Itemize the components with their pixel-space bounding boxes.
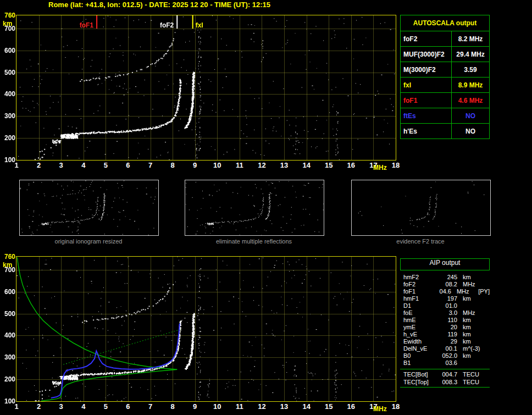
- aip-value: 3.0: [437, 309, 457, 317]
- autoscala-value: 8.2 MHz: [452, 31, 490, 47]
- table-row: DelN_vE00.1m^(-3): [400, 345, 490, 352]
- aip-value: 008.3: [437, 378, 457, 386]
- autoscala-param: MUF(3000)F2: [401, 47, 452, 62]
- aip-param: B0: [400, 352, 437, 359]
- aip-note: [PY]: [477, 288, 490, 295]
- aip-unit: MHz: [451, 288, 477, 295]
- aip-value: 20: [437, 324, 457, 331]
- y-tick-label: 700: [1, 266, 15, 274]
- y-axis-max-label: 760: [1, 253, 15, 261]
- x-tick-label: 2: [34, 161, 45, 169]
- autoscala-value: 8.9 MHz: [452, 78, 490, 93]
- aip-note: [486, 324, 487, 331]
- thumbnail-evidence-canvas: [352, 180, 490, 235]
- x-tick-label: 15: [323, 161, 334, 169]
- aip-param: B1: [400, 359, 437, 367]
- autoscala-param: fxI: [401, 78, 452, 93]
- y-tick-label: 300: [1, 112, 15, 120]
- aip-value: 08.2: [437, 281, 457, 288]
- autoscala-param: foF1: [401, 93, 452, 108]
- aip-value: 004.7: [437, 370, 457, 378]
- aip-param: hmF1: [400, 295, 437, 302]
- aip-value: 03.6: [437, 359, 457, 367]
- aip-unit: TECU: [457, 370, 486, 378]
- x-tick-label: 13: [279, 402, 290, 411]
- x-tick-label: 8: [167, 402, 178, 411]
- x-tick-label: 5: [100, 402, 111, 411]
- autoscala-output-table: AUTOSCALA output foF28.2 MHzMUF(3000)F22…: [400, 15, 490, 139]
- top-ionogram-plot: [16, 15, 396, 161]
- x-tick-label: 12: [256, 161, 267, 169]
- y-tick-label: 600: [1, 288, 15, 296]
- thumbnail-evidence-f2: [351, 180, 491, 236]
- table-row: D101.0: [400, 302, 490, 309]
- aip-note: [486, 302, 487, 309]
- aip-unit: km: [457, 324, 486, 331]
- x-tick-label: 11: [234, 161, 245, 169]
- thumbnail-caption-original: original ionogram resized: [19, 238, 158, 245]
- page-title: Rome (lat: +41.8, lon: 012.5) - DATE: 20…: [48, 1, 270, 9]
- autoscala-table-title: AUTOSCALA output: [401, 15, 490, 31]
- aip-value: 00.1: [437, 345, 457, 352]
- x-tick-label: 14: [301, 402, 312, 411]
- x-tick-label: 16: [346, 161, 357, 169]
- y-tick-label: 400: [1, 331, 15, 339]
- autoscala-value: 3.59: [452, 62, 490, 78]
- thumbnail-caption-eliminate: eliminate multiple reflections: [184, 238, 324, 245]
- x-tick-label: 8: [167, 161, 178, 169]
- y-tick-label: 500: [1, 69, 15, 76]
- table-row: foF14.6 MHz: [401, 93, 490, 108]
- table-row: foF104.6MHz[PY]: [400, 288, 490, 295]
- x-tick-label: 5: [100, 161, 111, 169]
- table-row: hmE110km: [400, 317, 490, 324]
- y-tick-label: 300: [1, 353, 15, 361]
- thumbnail-eliminate-reflections: [185, 180, 324, 236]
- aip-param: TEC[Top]: [400, 378, 437, 386]
- table-row: MUF(3000)F229.4 MHz: [401, 47, 490, 62]
- aip-unit: km: [457, 274, 486, 281]
- table-row: hmF2245km: [400, 274, 490, 281]
- x-tick-label: 9: [190, 161, 201, 169]
- aip-param: Ewidth: [400, 338, 437, 345]
- aip-unit: km: [457, 352, 486, 359]
- aip-value: 04.6: [434, 288, 451, 295]
- autoscala-param: foF2: [401, 31, 452, 47]
- x-tick-label: 1: [11, 402, 22, 411]
- table-row: foF208.2MHz: [400, 281, 490, 288]
- aip-unit: km: [457, 331, 486, 338]
- x-tick-label: 18: [390, 402, 401, 411]
- x-tick-label: 6: [123, 161, 134, 169]
- table-row: fxI8.9 MHz: [401, 78, 490, 93]
- bottom-ionogram-plot: [16, 256, 396, 402]
- aip-value: 29: [437, 338, 457, 345]
- table-row: TEC[Bot]004.7TECU: [400, 370, 490, 378]
- y-axis-max-label: 760: [1, 12, 15, 19]
- aip-value: 01.0: [437, 302, 457, 309]
- autoscala-value: 29.4 MHz: [452, 47, 490, 62]
- aip-unit: km: [457, 295, 486, 302]
- aip-param: ymE: [400, 324, 437, 331]
- table-row: B0052.0km: [400, 352, 490, 359]
- aip-unit: m^(-3): [457, 345, 486, 352]
- y-tick-label: 200: [1, 134, 15, 142]
- x-tick-label: 12: [256, 402, 267, 411]
- aip-param: h_vE: [400, 331, 437, 338]
- aip-param: foE: [400, 309, 437, 317]
- x-tick-label: 7: [145, 402, 156, 411]
- aip-note: [486, 281, 487, 288]
- table-row: h_vE119km: [400, 331, 490, 338]
- x-axis-unit-label: MHz: [373, 405, 387, 413]
- x-tick-label: 16: [346, 402, 357, 411]
- marker-label-fxi: fxI: [196, 21, 203, 29]
- table-row: ymE20km: [400, 324, 490, 331]
- autoscala-app-window: Rome (lat: +41.8, lon: 012.5) - DATE: 20…: [0, 0, 532, 415]
- aip-unit: km: [457, 338, 486, 345]
- aip-param: hmE: [400, 317, 437, 324]
- x-tick-label: 10: [212, 161, 223, 169]
- aip-note: [486, 274, 487, 281]
- x-tick-label: 11: [234, 402, 245, 411]
- aip-note: [486, 295, 487, 302]
- table-row: foE3.0MHz: [400, 309, 490, 317]
- x-tick-label: 2: [34, 402, 45, 411]
- aip-unit: MHz: [457, 309, 486, 317]
